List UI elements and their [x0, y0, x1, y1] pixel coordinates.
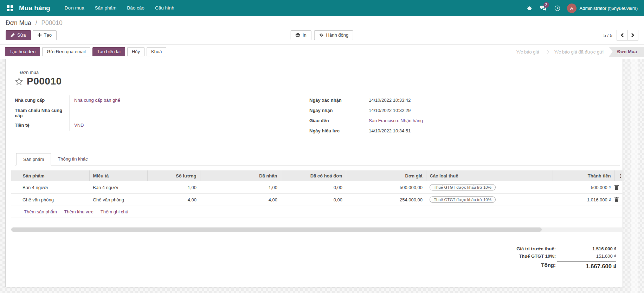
cell-product[interactable]: Ghế văn phòng	[19, 194, 89, 206]
tax-amount-label: Thuế GTGT 10%:	[516, 252, 556, 260]
total-value: 1.667.600 ₫	[557, 261, 616, 270]
send-by-email-button[interactable]: Gửi Đơn qua email	[42, 47, 90, 56]
field-label-effective-date: Ngày hiệu lực	[309, 126, 364, 136]
breadcrumb: Đơn Mua / P00010	[6, 19, 638, 27]
scrollbar-thumb[interactable]	[11, 227, 542, 232]
create-button[interactable]: Tạo	[33, 30, 57, 40]
field-value-vendor-reference[interactable]	[69, 106, 309, 120]
cell-description[interactable]: Bàn 4 người	[89, 181, 147, 194]
add-section-link[interactable]: Thêm khu vực	[64, 209, 93, 214]
tax-tag[interactable]: Thuế GTGT được khấu trừ 10%	[430, 196, 496, 203]
create-invoice-button[interactable]: Tạo hoá đơn	[5, 47, 40, 56]
action-button[interactable]: Hành động	[314, 30, 354, 40]
total-label: Tổng:	[516, 260, 556, 270]
pager-previous-button[interactable]	[617, 30, 627, 40]
lock-button[interactable]: Khoá	[147, 47, 166, 56]
form-sheet: Đơn mua P00010 Nhà cung cấp Nhà cung cấp…	[5, 59, 623, 287]
totals-block: Giá trị trước thuế: 1.516.000 ₫ Thuế GTG…	[15, 245, 620, 270]
column-received[interactable]: Đã nhận	[200, 170, 281, 181]
print-button[interactable]: In	[291, 30, 311, 40]
column-quantity[interactable]: Số lượng	[147, 170, 200, 181]
table-row[interactable]: Bàn 4 người Bàn 4 người 1,00 1,00 0,00 5…	[11, 181, 624, 194]
status-step-rfq[interactable]: Y/c báo giá	[511, 49, 545, 55]
column-taxes[interactable]: Các loại thuế	[426, 170, 553, 181]
message-count-badge: 2	[543, 2, 549, 8]
horizontal-scrollbar[interactable]	[11, 227, 624, 232]
cell-received[interactable]: 1,00	[200, 181, 281, 194]
document-name: P00010	[27, 76, 62, 87]
column-billed[interactable]: Đã có hoá đơn	[281, 170, 346, 181]
user-menu-button[interactable]: A Administrator (fj6nyue0vi9m)	[566, 0, 639, 16]
field-label-vendor-reference: Tham chiếu Nhà cung cấp	[15, 106, 69, 120]
delete-row-button[interactable]	[614, 181, 624, 194]
status-step-rfq-sent[interactable]: Y/c báo giá đã được gửi	[549, 49, 609, 55]
untaxed-amount-label: Giá trị trước thuế:	[516, 245, 556, 252]
bug-icon	[527, 5, 532, 11]
cell-description[interactable]: Ghế văn phòng	[89, 194, 147, 206]
user-name: Administrator (fj6nyue0vi9m)	[580, 6, 638, 11]
gear-icon	[319, 33, 324, 37]
column-options-kebab-icon[interactable]: ⋮	[614, 170, 624, 181]
column-unit-price[interactable]: Đơn giá	[346, 170, 426, 181]
field-value-vendor[interactable]: Nhà cung cấp bàn ghế	[74, 98, 120, 103]
cell-billed[interactable]: 0,00	[281, 194, 346, 206]
field-value-confirmation-date[interactable]: 14/10/2022 10:33:42	[364, 95, 620, 106]
debug-button[interactable]	[523, 0, 535, 16]
fields-left-group: Nhà cung cấp Nhà cung cấp bàn ghế Tham c…	[15, 95, 309, 136]
field-value-deliver-to[interactable]: San Francisco: Nhận hàng	[369, 118, 423, 123]
field-value-effective-date[interactable]: 14/10/2022 10:34:51	[364, 126, 620, 136]
activities-button[interactable]	[552, 0, 564, 16]
column-description[interactable]: Miêu tả	[89, 170, 147, 181]
menu-don-mua[interactable]: Đơn mua	[59, 0, 90, 16]
cancel-button[interactable]: Hủy	[127, 47, 144, 56]
add-note-link[interactable]: Thêm ghi chú	[101, 209, 128, 214]
trash-icon	[614, 185, 620, 190]
breadcrumb-parent[interactable]: Đơn Mua	[6, 19, 31, 26]
cell-billed[interactable]: 0,00	[281, 181, 346, 194]
create-receipt-button[interactable]: Tạo biên lai	[92, 47, 125, 56]
app-brand[interactable]: Mua hàng	[19, 4, 50, 12]
cell-product[interactable]: Bàn 4 người	[19, 181, 89, 194]
clock-icon	[554, 5, 560, 11]
cell-quantity[interactable]: 4,00	[147, 194, 200, 206]
field-value-currency[interactable]: VND	[74, 123, 84, 128]
control-panel: Đơn Mua / P00010 Sửa Tạo	[0, 16, 644, 44]
edit-button[interactable]: Sửa	[6, 30, 31, 40]
cell-subtotal: 500.000 ₫	[553, 181, 614, 194]
menu-cau-hinh[interactable]: Cấu hình	[150, 0, 180, 16]
breadcrumb-separator: /	[36, 19, 37, 26]
cell-unit-price[interactable]: 254.000,00	[346, 194, 426, 206]
chevron-left-icon	[620, 33, 624, 37]
status-step-purchase-order[interactable]: Đơn Mua	[609, 47, 644, 57]
tab-products[interactable]: Sản phẩm	[16, 153, 51, 165]
field-value-receipt-date[interactable]: 14/10/2022 10:32:29	[364, 106, 620, 116]
tax-tag[interactable]: Thuế GTGT được khấu trừ 10%	[430, 184, 496, 190]
tab-other-info[interactable]: Thông tin khác	[51, 153, 94, 165]
cell-quantity[interactable]: 1,00	[147, 181, 200, 194]
right-gutter	[631, 59, 638, 293]
table-row[interactable]: Ghế văn phòng Ghế văn phòng 4,00 4,00 0,…	[11, 194, 624, 206]
field-label-currency: Tiền tệ	[15, 120, 69, 131]
column-subtotal[interactable]: Thành tiền	[553, 170, 614, 181]
printer-icon	[296, 33, 300, 37]
column-product[interactable]: Sản phẩm	[19, 170, 89, 181]
apps-grid-icon	[7, 5, 13, 11]
menu-bao-cao[interactable]: Báo cáo	[122, 0, 150, 16]
favorite-star-icon[interactable]	[15, 77, 23, 86]
plus-icon	[38, 33, 41, 37]
cell-received[interactable]: 4,00	[200, 194, 281, 206]
pager-next-button[interactable]	[627, 30, 638, 40]
pager-counter: 5 / 5	[604, 33, 612, 38]
pencil-icon	[11, 33, 15, 37]
apps-menu-button[interactable]	[3, 0, 17, 16]
breadcrumb-current: P00010	[41, 19, 62, 26]
field-label-confirmation-date: Ngày xác nhận	[309, 95, 364, 106]
messages-button[interactable]: 2	[537, 0, 549, 16]
tax-amount-value: 151.600 ₫	[557, 252, 616, 260]
add-product-link[interactable]: Thêm sản phẩm	[24, 209, 57, 214]
delete-row-button[interactable]	[614, 194, 624, 206]
step-separator-icon	[545, 50, 549, 54]
document-type-label: Đơn mua	[20, 70, 620, 75]
menu-san-pham[interactable]: Sản phẩm	[90, 0, 122, 16]
cell-unit-price[interactable]: 500.000,00	[346, 181, 426, 194]
